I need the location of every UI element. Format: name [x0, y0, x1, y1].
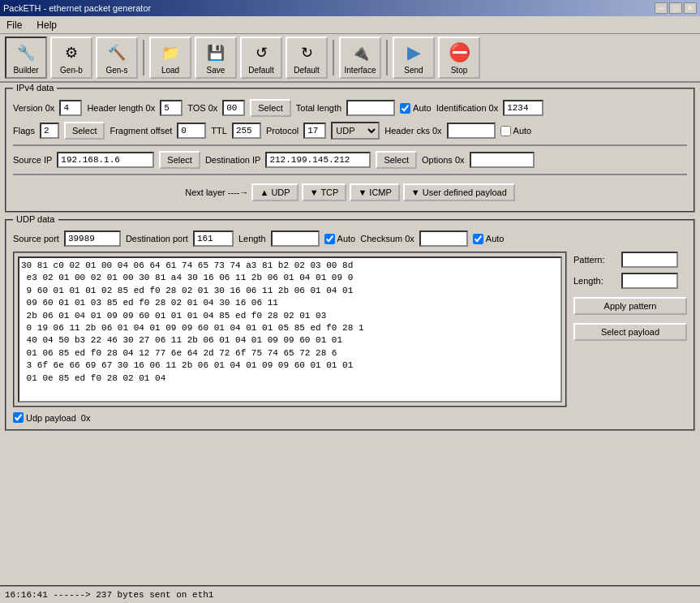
- udp-length-auto-label: Auto: [337, 234, 356, 243]
- source-ip-select-button[interactable]: Select: [159, 151, 200, 169]
- fragment-offset-label: Fragment offset: [110, 126, 172, 136]
- toolbar-stop-button[interactable]: ⛔ Stop: [438, 37, 480, 79]
- apply-pattern-button[interactable]: Apply pattern: [573, 297, 687, 315]
- toolbar-default1-button[interactable]: ↺ Default: [240, 37, 282, 79]
- total-length-label: Total length: [296, 103, 341, 113]
- statusbar-text: 16:16:41 ------> 237 bytes sent on eth1: [5, 590, 213, 600]
- destination-port-input[interactable]: [193, 230, 234, 247]
- length-row: Length:: [573, 273, 687, 289]
- titlebar: PackETH - ethernet packet generator ─ □ …: [0, 0, 700, 16]
- gens-icon: 🔨: [105, 41, 128, 64]
- toolbar-default2-label: Default: [294, 66, 320, 75]
- header-cks-input[interactable]: [447, 123, 496, 139]
- default2-icon: ↻: [295, 41, 318, 64]
- main-content: IPv4 data Version 0x Header length 0x TO…: [0, 83, 700, 585]
- version-input[interactable]: [59, 100, 82, 116]
- total-length-auto[interactable]: Auto: [400, 103, 432, 114]
- total-length-auto-checkbox[interactable]: [400, 103, 410, 114]
- udp-bottom-row: Udp payload 0x: [13, 412, 687, 423]
- ttl-label: TTL: [211, 126, 227, 136]
- toolbar-save-button[interactable]: 💾 Save: [195, 37, 237, 79]
- flags-input[interactable]: [40, 123, 59, 139]
- udp-checksum-auto-checkbox[interactable]: [473, 234, 483, 244]
- window-title: PackETH - ethernet packet generator: [3, 3, 151, 13]
- identification-input[interactable]: [503, 100, 543, 116]
- udp-payload-checkbox-label[interactable]: Udp payload: [13, 412, 76, 423]
- header-length-input[interactable]: [160, 100, 183, 116]
- toolbar-gens-label: Gen-s: [105, 66, 127, 75]
- length-ctrl-input[interactable]: [621, 273, 678, 289]
- tos-select-button[interactable]: Select: [250, 99, 291, 117]
- flags-select-button[interactable]: Select: [64, 122, 105, 140]
- toolbar-send-button[interactable]: ▶ Send: [393, 37, 435, 79]
- fragment-offset-input[interactable]: [177, 123, 206, 139]
- toolbar-gens-button[interactable]: 🔨 Gen-s: [96, 37, 138, 79]
- udp-length-auto[interactable]: Auto: [324, 234, 356, 244]
- source-ip-input[interactable]: [57, 152, 154, 168]
- ipv4-row1: Version 0x Header length 0x TOS 0x Selec…: [13, 99, 687, 117]
- tos-input[interactable]: [222, 100, 245, 116]
- protocol-dropdown[interactable]: UDP TCP ICMP: [331, 122, 380, 140]
- toolbar-default2-button[interactable]: ↻ Default: [286, 37, 328, 79]
- toolbar-genb-button[interactable]: ⚙ Gen-b: [50, 37, 92, 79]
- builder-icon: 🔧: [15, 41, 37, 64]
- select-payload-button[interactable]: Select payload: [573, 323, 687, 341]
- udp-length-input[interactable]: [271, 230, 320, 247]
- header-cks-auto[interactable]: Auto: [500, 126, 532, 136]
- header-cks-auto-checkbox[interactable]: [500, 126, 511, 136]
- source-port-input[interactable]: [64, 230, 121, 247]
- toolbar-interface-button[interactable]: 🔌 Interface: [339, 37, 381, 79]
- toolbar-stop-label: Stop: [451, 66, 468, 75]
- icmp-layer-button[interactable]: ▼ ICMP: [350, 183, 399, 201]
- toolbar-load-button[interactable]: 📁 Load: [149, 37, 191, 79]
- hex-display[interactable]: 30 81 c0 02 01 00 04 06 64 61 74 65 73 7…: [18, 256, 562, 403]
- options-label: Options 0x: [422, 155, 465, 165]
- source-port-label: Source port: [13, 234, 59, 243]
- destination-ip-select-button[interactable]: Select: [376, 151, 417, 169]
- udp-payload-label: Udp payload: [26, 413, 76, 423]
- ipv4-separator1: [13, 144, 687, 146]
- udp-length-auto-checkbox[interactable]: [324, 234, 335, 244]
- udp-length-label: Length: [238, 234, 266, 243]
- minimize-button[interactable]: ─: [655, 2, 668, 14]
- pattern-label: Pattern:: [573, 255, 618, 265]
- header-length-label: Header length 0x: [87, 103, 155, 113]
- protocol-label: Protocol: [266, 126, 298, 136]
- udp-payload-checkbox[interactable]: [13, 412, 24, 423]
- toolbar-divider-2: [333, 40, 334, 75]
- toolbar-builder-button[interactable]: 🔧 Builder: [5, 37, 47, 79]
- tos-label: TOS 0x: [187, 103, 217, 113]
- toolbar-builder-label: Builder: [13, 66, 38, 75]
- header-cks-label: Header cks 0x: [384, 126, 441, 136]
- titlebar-controls: ─ □ ✕: [655, 2, 697, 14]
- menu-file[interactable]: File: [3, 18, 25, 32]
- default1-icon: ↺: [250, 41, 273, 64]
- ttl-input[interactable]: [232, 123, 261, 139]
- close-button[interactable]: ✕: [684, 2, 697, 14]
- udp-panel-title: UDP data: [13, 214, 58, 224]
- total-length-auto-label: Auto: [413, 103, 432, 113]
- options-input[interactable]: [470, 152, 535, 168]
- pattern-input[interactable]: [621, 252, 678, 268]
- maximize-button[interactable]: □: [669, 2, 682, 14]
- toolbar-load-label: Load: [161, 66, 179, 75]
- genb-icon: ⚙: [60, 41, 83, 64]
- tcp-layer-button[interactable]: ▼ TCP: [302, 183, 347, 201]
- menubar: File Help: [0, 16, 700, 34]
- udp-checksum-auto[interactable]: Auto: [473, 234, 505, 244]
- total-length-input[interactable]: [346, 100, 395, 116]
- flags-label: Flags: [13, 126, 35, 136]
- menu-help[interactable]: Help: [33, 18, 60, 32]
- load-icon: 📁: [159, 41, 182, 64]
- ipv4-panel-content: Version 0x Header length 0x TOS 0x Selec…: [13, 99, 687, 205]
- user-defined-label: ▼ User defined payload: [411, 187, 507, 197]
- version-label: Version 0x: [13, 103, 54, 113]
- udp-panel-content: Source port Destination port Length Auto…: [13, 230, 687, 423]
- ipv4-separator2: [13, 174, 687, 175]
- destination-ip-input[interactable]: [265, 152, 371, 168]
- user-defined-button[interactable]: ▼ User defined payload: [403, 183, 515, 201]
- udp-layer-button[interactable]: ▲ UDP: [251, 183, 298, 201]
- udp-checksum-input[interactable]: [419, 230, 468, 247]
- payload-controls: Pattern: Length: Apply pattern Select pa…: [573, 252, 687, 407]
- protocol-input[interactable]: [303, 123, 326, 139]
